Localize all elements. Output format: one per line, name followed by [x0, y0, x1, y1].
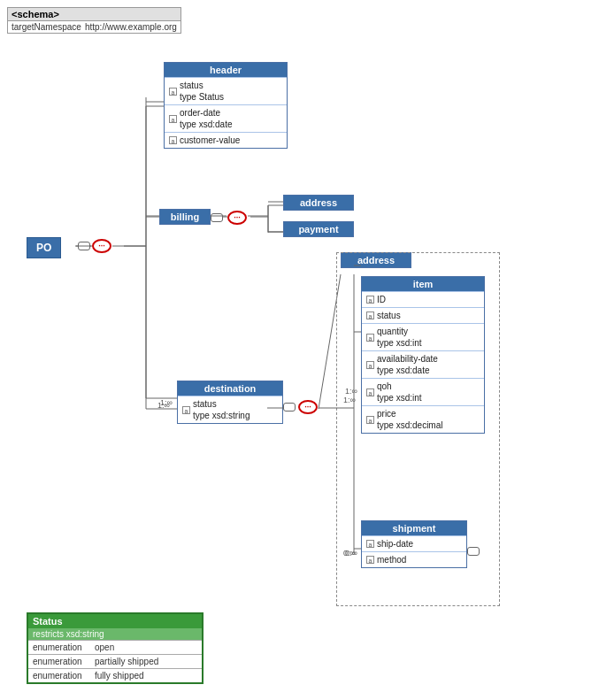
item-field-avail: a availability-datetype xsd:date	[362, 350, 484, 378]
status-row-2: enumeration partially shipped	[28, 654, 202, 668]
field-text: statustype Status	[180, 80, 224, 103]
schema-box: <schema> targetNamespace http://www.exam…	[7, 7, 181, 34]
billing-connector-rect	[211, 213, 223, 222]
destination-field-status: a statustype xsd:string	[178, 396, 282, 423]
attr-icon: a	[366, 296, 374, 304]
enum-val: fully shipped	[95, 671, 144, 681]
dest-connector-oval: ···	[298, 400, 318, 414]
field-text: pricetype xsd:decimal	[377, 408, 442, 431]
svg-line-12	[319, 274, 341, 409]
extra-lines	[0, 0, 599, 700]
shipment-field-shipdate: a ship-date	[362, 535, 466, 551]
destination-node[interactable]: destination a statustype xsd:string	[177, 381, 283, 424]
enum-key: enumeration	[33, 671, 90, 681]
address-dest-node[interactable]: address	[341, 252, 411, 268]
attr-icon: a	[169, 88, 177, 96]
svg-text:1:∞: 1:∞	[343, 396, 356, 404]
field-text: ID	[377, 294, 386, 305]
label-0inf: 0:∞	[345, 549, 357, 558]
attr-icon: a	[366, 361, 374, 369]
header-field-orderdate: a order-datetype xsd:date	[165, 104, 287, 132]
shipment-connector-rect	[467, 547, 480, 556]
enum-key: enumeration	[33, 642, 90, 652]
address-billing-node[interactable]: address	[283, 195, 354, 211]
schema-title: <schema>	[8, 8, 180, 21]
status-row-1: enumeration open	[28, 640, 202, 654]
po-node[interactable]: PO	[27, 237, 61, 258]
billing-node-title: billing	[160, 210, 210, 224]
header-node[interactable]: header a statustype Status a order-datet…	[164, 62, 288, 149]
attr-icon: a	[169, 115, 177, 123]
enum-val: partially shipped	[95, 657, 158, 666]
schema-namespace-val: http://www.example.org	[85, 22, 177, 32]
status-subtitle: restricts xsd:string	[28, 628, 202, 640]
destination-node-title: destination	[178, 381, 282, 396]
label-1inf-right: 1:∞	[345, 387, 357, 396]
status-row-3: enumeration fully shipped	[28, 668, 202, 682]
header-node-title: header	[165, 63, 287, 77]
field-text: method	[377, 554, 406, 565]
attr-icon: a	[182, 406, 190, 414]
billing-node[interactable]: billing	[159, 209, 211, 225]
attr-icon: a	[366, 556, 374, 564]
schema-namespace-row: targetNamespace http://www.example.org	[8, 21, 180, 33]
attr-icon: a	[366, 540, 374, 548]
po-connector-oval: ···	[92, 239, 111, 253]
field-text: ship-date	[377, 538, 413, 550]
field-text: qohtype xsd:int	[377, 381, 422, 404]
address-billing-title: address	[284, 196, 353, 210]
item-field-price: a pricetype xsd:decimal	[362, 405, 484, 433]
status-box: Status restricts xsd:string enumeration …	[27, 612, 204, 684]
connector-lines: 1:∞ 1:∞ 0:∞	[0, 0, 599, 700]
po-connector-rect	[78, 242, 90, 250]
attr-icon: a	[366, 416, 374, 424]
item-field-quantity: a quantitytype xsd:int	[362, 323, 484, 350]
header-field-customervalue: a customer-value	[165, 132, 287, 148]
item-node[interactable]: item a ID a status a quantitytype xsd:in…	[361, 276, 485, 434]
schema-namespace-key: targetNamespace	[12, 22, 81, 32]
field-text: statustype xsd:string	[193, 398, 250, 421]
item-field-id: a ID	[362, 291, 484, 307]
attr-icon: a	[169, 136, 177, 144]
attr-icon: a	[366, 334, 374, 342]
canvas: 1:∞ 1:∞ 0:∞ <schema> targetNamespace htt…	[0, 0, 599, 700]
field-text: availability-datetype xsd:date	[377, 353, 438, 376]
shipment-node[interactable]: shipment a ship-date a method	[361, 520, 467, 568]
enum-key: enumeration	[33, 657, 90, 666]
attr-icon: a	[366, 388, 374, 396]
status-title: Status	[28, 614, 202, 628]
shipment-field-method: a method	[362, 551, 466, 567]
payment-node-title: payment	[284, 222, 353, 236]
address-dest-title: address	[342, 253, 411, 267]
item-field-status: a status	[362, 307, 484, 323]
field-text: order-datetype xsd:date	[180, 107, 232, 130]
billing-connector-oval: ···	[227, 211, 247, 225]
attr-icon: a	[366, 312, 374, 319]
enum-val: open	[95, 642, 114, 652]
header-field-status: a statustype Status	[165, 77, 287, 104]
shipment-node-title: shipment	[362, 521, 466, 535]
dest-connector-rect	[283, 403, 296, 412]
label-1inf-left: 1:∞	[157, 401, 170, 410]
item-node-title: item	[362, 277, 484, 291]
field-text: status	[377, 310, 401, 321]
field-text: customer-value	[180, 135, 240, 146]
payment-node[interactable]: payment	[283, 221, 354, 237]
field-text: quantitytype xsd:int	[377, 326, 422, 349]
item-field-qoh: a qohtype xsd:int	[362, 378, 484, 405]
